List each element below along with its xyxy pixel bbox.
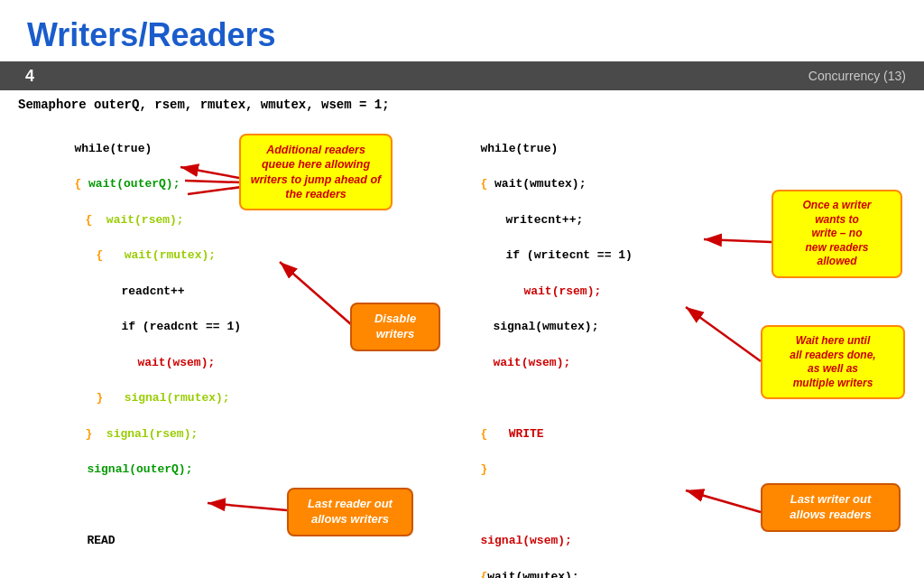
slide-label: Concurrency (13) [808,69,906,83]
callout-last-writer: Last writer outallows readers [761,483,901,532]
callout-disable-writers: Disablewriters [350,303,440,351]
slide-bar: 4 Concurrency (13) [0,61,924,90]
right-code-block: while(true) { wait(wmutex); writecnt++; … [424,117,803,578]
slide-number: 4 [18,65,42,88]
semaphore-line: Semaphore outerQ, rsem, rmutex, wmutex, … [18,98,906,112]
callout-additional-readers: Additional readers queue here allowing w… [239,134,393,210]
callout-once-writer: Once a writerwants towrite – nonew reade… [772,190,902,278]
callout-last-reader: Last reader outallows writers [287,488,413,536]
callout-wait-here: Wait here untilall readers done,as well … [761,325,905,399]
slide: Writers/Readers 4 Concurrency (13) Semap… [0,0,924,578]
page-title: Writers/Readers [0,0,924,61]
